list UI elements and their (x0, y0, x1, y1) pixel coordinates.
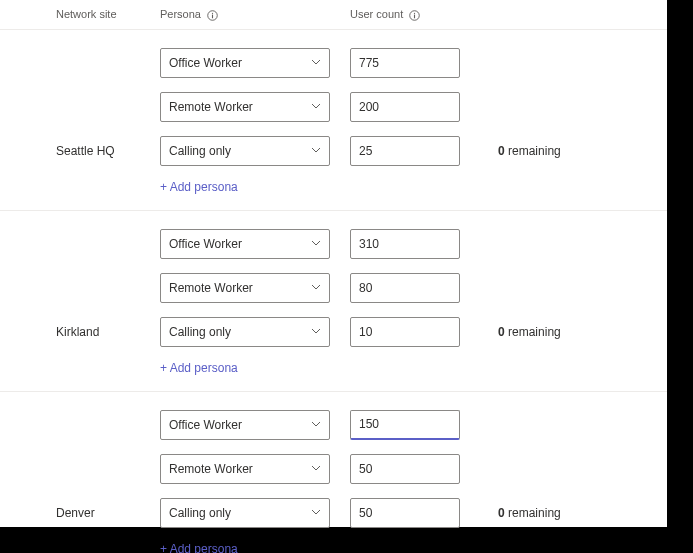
site-name: Seattle HQ (0, 144, 160, 158)
table-header: Network site Persona User count (0, 0, 667, 30)
user-count-input[interactable] (350, 410, 460, 440)
persona-select[interactable]: Calling only (160, 498, 330, 528)
site-block: Office Worker Remote Worker (0, 211, 667, 392)
svg-rect-2 (212, 14, 213, 18)
svg-point-4 (414, 12, 415, 13)
persona-select[interactable]: Remote Worker (160, 92, 330, 122)
remaining-text: remaining (508, 506, 561, 520)
persona-select[interactable]: Remote Worker (160, 273, 330, 303)
chevron-down-icon (311, 100, 321, 114)
persona-select[interactable]: Office Worker (160, 410, 330, 440)
info-icon[interactable] (409, 10, 420, 21)
remaining-text: remaining (508, 144, 561, 158)
chevron-down-icon (311, 506, 321, 520)
chevron-down-icon (311, 462, 321, 476)
user-count-input[interactable] (350, 273, 460, 303)
remaining-count: 0 (498, 506, 505, 520)
persona-select-value: Office Worker (169, 237, 242, 251)
persona-select[interactable]: Calling only (160, 136, 330, 166)
add-persona-link[interactable]: + Add persona (160, 528, 238, 553)
persona-row: Remote Worker (0, 78, 667, 122)
persona-row: Kirkland Calling only 0 remaining (0, 303, 667, 347)
add-persona-link[interactable]: + Add persona (160, 347, 238, 385)
persona-select-value: Calling only (169, 144, 231, 158)
header-network-site: Network site (0, 8, 160, 20)
persona-select-value: Remote Worker (169, 462, 253, 476)
persona-select-value: Remote Worker (169, 100, 253, 114)
add-persona-link[interactable]: + Add persona (160, 166, 238, 204)
persona-select-value: Remote Worker (169, 281, 253, 295)
user-count-input[interactable] (350, 92, 460, 122)
user-count-input[interactable] (350, 229, 460, 259)
header-label: Network site (56, 8, 117, 20)
svg-rect-5 (414, 14, 415, 18)
persona-select-value: Calling only (169, 325, 231, 339)
remaining-label: 0 remaining (480, 144, 561, 158)
site-block: Office Worker Remote Worker (0, 392, 667, 553)
header-persona: Persona (160, 8, 350, 21)
persona-select[interactable]: Calling only (160, 317, 330, 347)
chevron-down-icon (311, 325, 321, 339)
persona-row: Office Worker (0, 211, 667, 259)
user-count-input[interactable] (350, 317, 460, 347)
chevron-down-icon (311, 237, 321, 251)
header-label: Persona (160, 8, 201, 20)
site-list: Office Worker Remote Worker (0, 30, 667, 553)
remaining-label: 0 remaining (480, 325, 561, 339)
site-block: Office Worker Remote Worker (0, 30, 667, 211)
header-user-count: User count (350, 8, 510, 21)
chevron-down-icon (311, 281, 321, 295)
persona-row: Remote Worker (0, 440, 667, 484)
persona-row: Remote Worker (0, 259, 667, 303)
user-count-input[interactable] (350, 498, 460, 528)
svg-point-1 (212, 12, 213, 13)
header-label: User count (350, 8, 403, 20)
persona-select-value: Calling only (169, 506, 231, 520)
persona-row: Office Worker (0, 392, 667, 440)
persona-row: Seattle HQ Calling only 0 remaining (0, 122, 667, 166)
persona-row: Office Worker (0, 30, 667, 78)
persona-select[interactable]: Office Worker (160, 229, 330, 259)
chevron-down-icon (311, 56, 321, 70)
info-icon[interactable] (207, 10, 218, 21)
chevron-down-icon (311, 418, 321, 432)
persona-select-value: Office Worker (169, 56, 242, 70)
persona-row: Denver Calling only 0 remaining (0, 484, 667, 528)
persona-select[interactable]: Remote Worker (160, 454, 330, 484)
persona-allocation-panel: Network site Persona User count Office W… (0, 0, 667, 527)
remaining-count: 0 (498, 325, 505, 339)
site-name: Kirkland (0, 325, 160, 339)
chevron-down-icon (311, 144, 321, 158)
user-count-input[interactable] (350, 136, 460, 166)
remaining-count: 0 (498, 144, 505, 158)
user-count-input[interactable] (350, 48, 460, 78)
remaining-label: 0 remaining (480, 506, 561, 520)
remaining-text: remaining (508, 325, 561, 339)
user-count-input[interactable] (350, 454, 460, 484)
persona-select-value: Office Worker (169, 418, 242, 432)
site-name: Denver (0, 506, 160, 520)
persona-select[interactable]: Office Worker (160, 48, 330, 78)
